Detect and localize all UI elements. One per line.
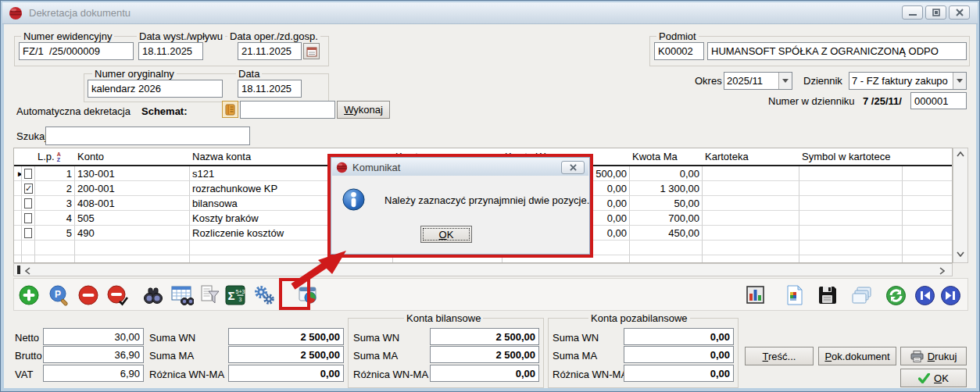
brutto-label: Brutto: [15, 350, 42, 362]
dialog-close-button[interactable]: [561, 161, 585, 174]
search-icon[interactable]: [141, 283, 165, 307]
ok-label: OK: [934, 372, 949, 384]
checkbox-header: [22, 148, 35, 165]
numer-ewidencyjny-field[interactable]: FZ/1 /25/000009: [19, 42, 134, 60]
last-record-icon[interactable]: [939, 283, 962, 307]
scroll-left-icon[interactable]: [25, 267, 30, 275]
tresc-label: Treść...: [763, 351, 796, 362]
svg-text:P: P: [55, 289, 61, 300]
okres-select[interactable]: 2025/11: [724, 72, 792, 90]
annotation-icon-highlight: [279, 278, 310, 310]
schemat-lookup-button[interactable]: [222, 101, 238, 118]
col-symbol[interactable]: Symbol w kartotece: [799, 148, 903, 165]
pozabilansowe-suma-wn-field: 0,00: [624, 328, 734, 345]
data-field[interactable]: 18.11.2025: [238, 80, 302, 98]
scroll-down-icon[interactable]: [957, 251, 964, 257]
toolbar: P Σ5+33: [13, 278, 968, 311]
konta-pozabilansowe-title: Konta pozabilansowe: [588, 312, 690, 324]
chevron-down-icon[interactable]: [778, 73, 792, 89]
bilansowe-suma-ma-label: Suma MA: [353, 350, 398, 362]
drukuj-button[interactable]: Drukuj: [900, 347, 967, 365]
row-checkbox[interactable]: [24, 198, 32, 208]
numer-oryginalny-label: Numer oryginalny: [92, 68, 177, 80]
first-record-icon[interactable]: [913, 283, 936, 307]
data-label: Data: [236, 68, 262, 80]
calendar-icon: [306, 46, 317, 57]
sum-icon[interactable]: Σ5+33: [224, 283, 247, 307]
col-kwota-ma[interactable]: Kwota Ma: [630, 148, 703, 165]
delete-selected-icon[interactable]: [106, 283, 129, 307]
data-wyst-label: Data wyst./wpływu: [137, 30, 225, 42]
vat-label: VAT: [15, 369, 33, 380]
data-wyst-field[interactable]: 18.11.2025: [138, 42, 203, 60]
pok-dokument-button[interactable]: Pok.dokument: [818, 347, 896, 365]
chart-icon[interactable]: [744, 283, 767, 307]
focus-rect: [423, 228, 470, 241]
konta-bilansowe-title: Konta bilansowe: [404, 312, 483, 324]
dziennik-label: Dziennik: [803, 75, 842, 87]
dialog-title: Komunikat: [352, 162, 400, 173]
edit-preview-icon[interactable]: P: [47, 283, 70, 307]
add-icon[interactable]: [17, 283, 41, 307]
scroll-right-icon[interactable]: [939, 267, 945, 275]
search-table-icon[interactable]: [170, 283, 194, 307]
pozabilansowe-roznica-label: Różnica WN-MA: [553, 369, 628, 380]
vat-field: 6,90: [43, 365, 144, 382]
window-title: Dekretacja dokumentu: [29, 7, 131, 19]
data-oper-label: Data oper./zd.gosp.: [227, 30, 320, 42]
copy-windows-icon[interactable]: [850, 283, 874, 307]
refresh-icon[interactable]: [884, 283, 907, 307]
okres-label: Okres: [695, 75, 722, 87]
data-oper-field[interactable]: 21.11.2025: [238, 42, 302, 60]
sort-az-icon[interactable]: AZ: [57, 151, 61, 162]
ok-button[interactable]: OK: [900, 369, 967, 387]
filter-icon[interactable]: [198, 283, 221, 307]
numer-ewidencyjny-label: Numer ewidencyjny: [21, 30, 114, 42]
close-icon: [570, 164, 577, 171]
col-filler: [903, 148, 952, 165]
suma-wn-field: 2 500,00: [228, 328, 344, 345]
info-icon: [342, 187, 366, 212]
scroll-up-icon[interactable]: [957, 151, 964, 157]
auto-dekretacja-label: Automatyczna dekretacja: [16, 105, 131, 117]
minimize-button[interactable]: [902, 5, 923, 20]
export-document-icon[interactable]: [783, 283, 807, 307]
gutter-header: [14, 148, 22, 165]
komunikat-dialog: Komunikat Należy zaznaczyć przynajmniej …: [331, 157, 590, 255]
numer-w-dzienniku-field[interactable]: 000001: [910, 92, 967, 109]
chevron-down-icon[interactable]: [953, 73, 966, 89]
dziennik-select[interactable]: 7 - FZ faktury zakupo: [849, 72, 967, 90]
row-checkbox[interactable]: [24, 213, 32, 223]
calendar-button[interactable]: [303, 43, 320, 59]
pozabilansowe-roznica-field: 0,00: [624, 365, 734, 382]
pok-dokument-label: Pok.dokument: [824, 351, 889, 362]
row-checkbox[interactable]: [24, 169, 32, 179]
bilansowe-suma-ma-field: 2 500,00: [430, 346, 539, 363]
scrollbar-thumb[interactable]: [17, 265, 20, 274]
podmiot-name-field[interactable]: HUMANSOFT SPÓŁKA Z OGRANICZONĄ ODPO: [707, 42, 967, 60]
row-checkbox[interactable]: ✓: [24, 184, 33, 194]
podmiot-code-field[interactable]: K00002: [654, 42, 704, 60]
schemat-field[interactable]: [240, 101, 335, 119]
save-icon[interactable]: [816, 283, 839, 307]
col-lp[interactable]: L.p. AZ: [35, 148, 75, 165]
settings-gears-icon[interactable]: [252, 283, 276, 307]
col-konto[interactable]: Konto: [75, 148, 190, 165]
roznica-label: Różnica WN-MA: [149, 369, 224, 380]
col-kartoteka[interactable]: Kartoteka: [703, 148, 799, 165]
vertical-scrollbar[interactable]: [953, 148, 968, 263]
dialog-ok-button[interactable]: OK: [420, 226, 472, 243]
tresc-button[interactable]: Treść...: [745, 347, 814, 365]
suma-wn-label: Suma WN: [149, 332, 195, 344]
wykonaj-label: Wykonaj: [344, 104, 383, 116]
horizontal-scrollbar[interactable]: [13, 263, 953, 276]
row-checkbox[interactable]: [24, 228, 32, 238]
wykonaj-button[interactable]: Wykonaj: [337, 101, 390, 119]
close-button[interactable]: [949, 5, 970, 20]
numer-w-dzienniku-prefix: 7 /25/11/: [863, 95, 902, 107]
delete-icon[interactable]: [77, 283, 100, 307]
szukaj-input[interactable]: [45, 127, 250, 145]
restore-button[interactable]: [925, 5, 946, 20]
numer-oryginalny-field[interactable]: kalendarz 2026: [88, 80, 223, 98]
szukaj-label: Szukaj: [16, 130, 47, 142]
